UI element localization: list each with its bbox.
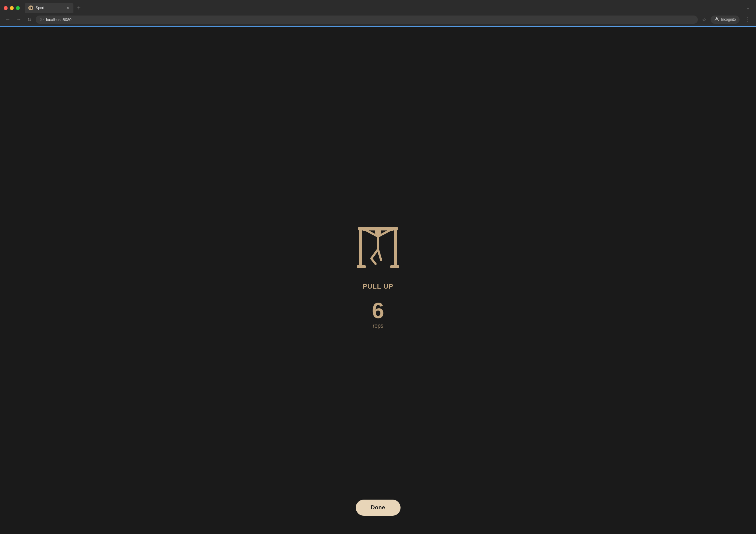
active-tab[interactable]: Sport × [25,3,73,13]
browser-menu-button[interactable]: ⋮ [742,15,752,24]
svg-rect-2 [31,8,31,9]
bookmark-button[interactable]: ☆ [700,15,708,24]
address-bar: ← → ↻ ⓘ localhost:8080 ☆ Incognito ⋮ [0,13,756,26]
svg-rect-7 [357,265,366,268]
svg-point-10 [363,227,366,231]
incognito-label: Incognito [721,17,736,22]
svg-rect-5 [394,228,397,267]
forward-button[interactable]: → [14,15,23,23]
reps-count: 6 [372,300,384,321]
svg-point-1 [31,7,31,8]
incognito-badge[interactable]: Incognito [711,15,740,24]
tab-bar: Sport × + ⌄ [0,0,756,13]
done-button[interactable]: Done [356,499,400,516]
svg-point-11 [390,227,393,231]
page-content: PULL UP 6 reps Done [0,27,756,534]
incognito-icon [714,17,719,22]
window-controls [4,6,20,10]
back-button[interactable]: ← [4,15,12,23]
url-bar[interactable]: ⓘ localhost:8080 [36,15,698,24]
reload-button[interactable]: ↻ [26,15,33,24]
url-address: localhost:8080 [46,17,693,22]
tab-favicon-icon [28,6,33,10]
close-button[interactable] [4,6,8,10]
maximize-button[interactable] [16,6,20,10]
browser-chrome: Sport × + ⌄ ← → ↻ ⓘ localhost:8080 ☆ Inc… [0,0,756,27]
tab-dropdown-button[interactable]: ⌄ [744,4,752,12]
exercise-container: PULL UP 6 reps [354,216,402,329]
secure-icon: ⓘ [40,17,43,22]
exercise-name: PULL UP [363,283,393,291]
tab-close-button[interactable]: × [66,6,70,10]
pullup-icon [354,216,402,273]
reps-container: 6 reps [372,300,384,329]
reps-label: reps [372,323,383,329]
new-tab-button[interactable]: + [75,5,83,11]
svg-rect-4 [359,228,362,267]
tab-title: Sport [36,6,64,10]
svg-point-3 [716,17,717,19]
minimize-button[interactable] [10,6,14,10]
svg-rect-8 [390,265,399,268]
